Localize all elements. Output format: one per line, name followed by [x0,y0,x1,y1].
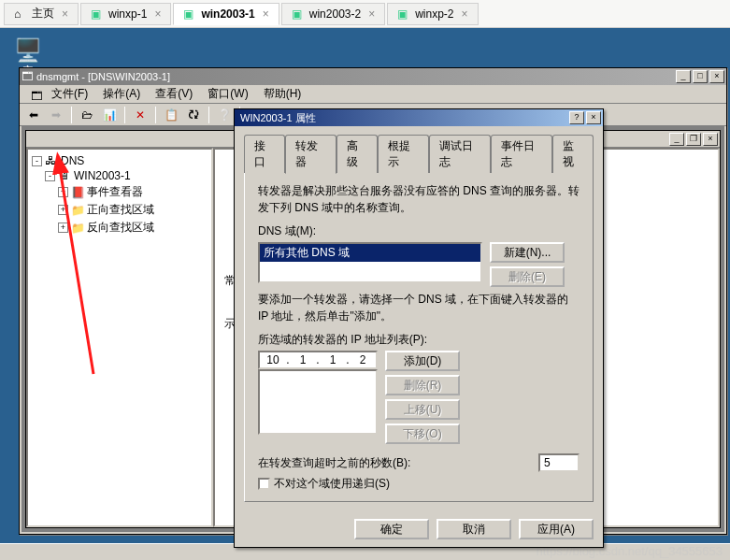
vm-icon: ▣ [183,7,196,21]
ok-button[interactable]: 确定 [354,519,429,539]
close-button[interactable]: × [709,70,724,83]
close-icon[interactable]: × [368,7,375,21]
tab-winxp-1[interactable]: ▣winxp-1× [80,3,171,25]
help-button[interactable]: ❔ [214,106,235,124]
timeout-input[interactable] [538,453,580,472]
list-item[interactable]: 所有其他 DNS 域 [260,244,480,262]
move-down-button[interactable]: 下移(O) [385,424,460,444]
forwarder-ip-list[interactable] [258,369,378,435]
delete-button[interactable]: ✕ [130,106,150,124]
tree-pane[interactable]: -🖧DNS -🖥WIN2003-1 +📕事件查看器 +📁正向查找区域 +📁反向查… [26,148,213,527]
collapse-icon[interactable]: - [45,171,55,181]
no-recursion-checkbox[interactable] [258,478,270,490]
tab-interfaces[interactable]: 接口 [244,135,285,173]
menu-action[interactable]: 操作(A) [95,84,148,104]
forward-button[interactable]: ➡ [46,106,66,124]
cancel-button[interactable]: 取消 [437,519,511,539]
close-icon[interactable]: × [62,7,68,21]
ip-octet-2[interactable] [290,353,316,366]
vm-icon: ▣ [292,7,305,21]
app-icon: 🗔 [21,70,33,83]
tab-winxp-2[interactable]: ▣winxp-2× [387,3,478,25]
desktop: 🖥️ 安 🗔 dnsmgmt - [DNS\WIN2003-1] _ □ × 🗔… [0,28,730,543]
properties-button[interactable]: 📋 [161,106,181,124]
context-help-button[interactable]: ? [569,111,584,124]
refresh-button[interactable]: 🗘 [183,106,204,124]
no-recursion-checkbox-row[interactable]: 不对这个域使用递归(S) [258,476,580,492]
dialog-titlebar[interactable]: WIN2003-1 属性 ? × [235,109,603,126]
folder-icon: 📁 [71,204,84,217]
expand-icon[interactable]: + [58,205,68,215]
ip-list-label: 所选域的转发器的 IP 地址列表(P): [258,332,580,348]
tab-label: winxp-2 [415,7,453,21]
tab-root-hints[interactable]: 根提示 [378,135,429,173]
child-close-button[interactable]: × [703,133,718,146]
tab-win2003-1[interactable]: ▣win2003-1× [173,3,279,25]
tree-node-events[interactable]: +📕事件查看器 [58,183,208,201]
vm-icon: ▣ [91,7,104,21]
dialog-button-row: 确定 取消 应用(A) [235,511,603,547]
tab-label: win2003-2 [309,7,361,21]
ip-octet-4[interactable] [350,353,376,366]
child-restore-button[interactable]: ❐ [686,133,701,146]
add-forwarder-description: 要添加一个转发器，请选择一个 DNS 域，在下面键入转发器的 IP 地址，然后单… [258,291,580,324]
vm-icon: ▣ [397,7,410,21]
close-icon[interactable]: × [462,7,468,21]
mmc-menubar: 🗔 文件(F) 操作(A) 查看(V) 窗口(W) 帮助(H) [20,85,726,104]
new-domain-button[interactable]: 新建(N)... [490,242,565,263]
menu-file[interactable]: 文件(F) [44,84,95,104]
forwarders-panel: 转发器是解决那些这台服务器没有应答的 DNS 查询的服务器。转发下列 DNS 域… [244,172,594,502]
server-icon: 🖥 [58,169,71,182]
back-button[interactable]: ⬅ [23,106,44,124]
close-button[interactable]: × [586,111,601,124]
timeout-label: 在转发查询超时之前的秒数(B): [258,455,410,471]
expand-icon[interactable]: + [58,187,68,197]
tree-server[interactable]: -🖥WIN2003-1 [45,168,208,183]
tree-node-reverse[interactable]: +📁反向查找区域 [58,219,208,237]
menu-window[interactable]: 窗口(W) [200,84,255,104]
delete-domain-button[interactable]: 删除(E) [490,266,565,287]
tab-label: win2003-1 [201,7,254,21]
dialog-title: WIN2003-1 属性 [236,111,567,125]
folder-icon: 📕 [71,186,84,199]
apply-button[interactable]: 应用(A) [519,519,594,539]
home-icon: ⌂ [14,7,27,21]
ip-octet-3[interactable] [320,353,346,366]
tab-event-logging[interactable]: 事件日志 [491,135,552,173]
dns-domain-list[interactable]: 所有其他 DNS 域 [258,242,482,283]
tab-debug-logging[interactable]: 调试日志 [429,135,491,173]
collapse-icon[interactable]: - [32,156,42,166]
tab-monitoring[interactable]: 监视 [552,135,594,173]
move-up-button[interactable]: 上移(U) [385,399,460,420]
menu-help[interactable]: 帮助(H) [256,84,309,104]
tab-forwarders[interactable]: 转发器 [285,135,336,174]
tree-node-forward[interactable]: +📁正向查找区域 [58,201,208,219]
tree-label: DNS [61,154,84,167]
menu-view[interactable]: 查看(V) [148,84,200,104]
tab-label: winxp-1 [108,7,147,21]
tree-label: WIN2003-1 [74,169,131,182]
minimize-button[interactable]: _ [676,70,691,83]
up-button[interactable]: 🗁 [77,106,97,124]
tree-root-dns[interactable]: -🖧DNS [32,153,208,168]
tab-win2003-2[interactable]: ▣win2003-2× [281,3,385,25]
child-minimize-button[interactable]: _ [669,133,684,146]
ip-octet-1[interactable] [260,353,286,366]
tree-label: 事件查看器 [87,184,143,200]
mmc-titlebar[interactable]: 🗔 dnsmgmt - [DNS\WIN2003-1] _ □ × [20,68,726,85]
close-icon[interactable]: × [154,7,161,21]
maximize-button[interactable]: □ [693,70,708,83]
expand-icon[interactable]: + [58,223,68,233]
add-ip-button[interactable]: 添加(D) [385,351,460,371]
remove-ip-button[interactable]: 删除(R) [385,375,460,395]
no-recursion-label: 不对这个域使用递归(S) [274,476,390,492]
close-icon[interactable]: × [263,7,269,21]
browser-tab-strip: ⌂主页× ▣winxp-1× ▣win2003-1× ▣win2003-2× ▣… [0,0,730,28]
show-hide-button[interactable]: 📊 [99,106,120,124]
server-properties-dialog: WIN2003-1 属性 ? × 接口 转发器 高级 根提示 调试日志 事件日志… [234,108,604,548]
ip-address-input[interactable]: . . . [258,351,378,369]
app-menu-icon[interactable]: 🗔 [23,88,38,101]
tab-advanced[interactable]: 高级 [336,135,378,173]
mmc-title: dnsmgmt - [DNS\WIN2003-1] [33,71,674,82]
tab-home[interactable]: ⌂主页× [4,3,79,25]
